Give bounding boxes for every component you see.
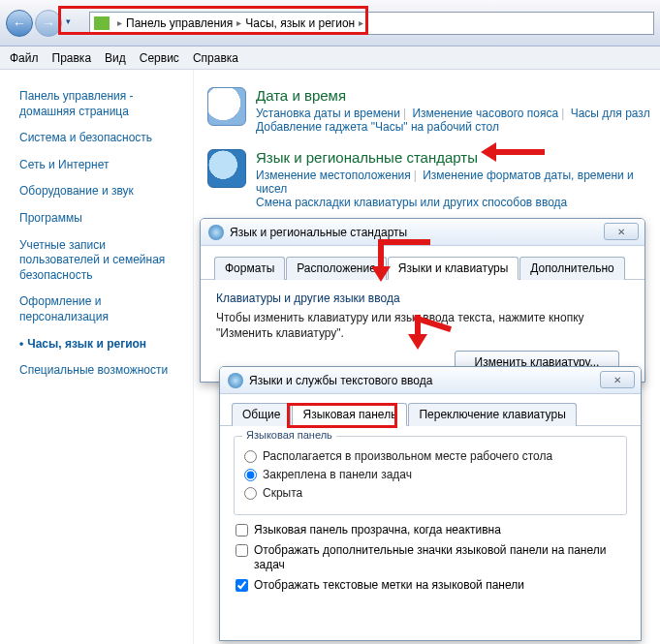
radio-label: Закреплена в панели задач [263,468,412,481]
checkbox-label: Языковая панель прозрачна, когда неактив… [254,523,501,537]
back-arrow-icon: ← [13,15,26,31]
tabstrip-text-services: Общие Языковая панель Переключение клави… [220,394,641,426]
sidebar-item-network-internet[interactable]: Сеть и Интернет [19,158,183,173]
keyboard-icon [228,373,243,388]
radio-input[interactable] [244,450,257,463]
tab-general[interactable]: Общие [232,403,291,426]
check-show-text-labels[interactable]: Отображать текстовые метки на языковой п… [236,578,625,593]
sidebar-item-user-accounts[interactable]: Учетные записи пользователей и семейная … [19,238,183,284]
tab-formats[interactable]: Форматы [214,257,285,280]
nav-forward-button[interactable]: → [35,10,62,37]
sidebar: Панель управления - домашняя страница Си… [0,70,194,644]
link-change-location[interactable]: Изменение местоположения [256,169,411,182]
breadcrumb-item-clock-lang-region[interactable]: Часы, язык и регион [245,16,355,30]
annotation-arrow [378,239,384,268]
category-region: Язык и региональные стандарты Изменение … [207,149,650,209]
radio-input[interactable] [244,469,257,481]
menu-service[interactable]: Сервис [140,51,179,65]
tab-languages-keyboards[interactable]: Языки и клавиатуры [388,257,519,280]
sidebar-item-hardware-sound[interactable]: Оборудование и звук [19,184,183,199]
tab-additional[interactable]: Дополнительно [519,257,624,280]
control-panel-icon [94,16,110,30]
annotation-arrow [380,239,430,245]
annotation-arrow [494,149,545,155]
check-transparent-inactive[interactable]: Языковая панель прозрачна, когда неактив… [236,523,625,537]
radio-docked-taskbar[interactable]: Закреплена в панели задач [244,468,616,481]
tabstrip-region: Форматы Расположение Языки и клавиатуры … [201,246,644,280]
checkbox-label: Отображать текстовые метки на языковой п… [254,578,524,593]
group-heading: Клавиатуры и другие языки ввода [216,291,629,305]
radio-free-floating[interactable]: Располагается в произвольном месте рабоч… [244,449,616,463]
dialog-title-text: Языки и службы текстового ввода [249,374,432,387]
chevron-right-icon: ▸ [236,17,241,28]
chevron-right-icon: ▸ [117,17,122,28]
separator: | [561,107,564,120]
sidebar-item-clock-lang-region[interactable]: Часы, язык и регион [19,337,183,353]
category-title-region[interactable]: Язык и региональные стандарты [256,149,650,166]
checkbox-input[interactable] [236,544,248,557]
sidebar-item-appearance[interactable]: Оформление и персонализация [19,294,183,324]
checkbox-input[interactable] [236,579,248,592]
breadcrumb[interactable]: ▸ Панель управления ▸ Часы, язык и регио… [89,12,654,35]
link-set-date-time[interactable]: Установка даты и времени [256,107,400,120]
close-button[interactable]: ✕ [604,223,639,240]
checkbox-input[interactable] [236,524,248,537]
link-change-keyboard-layout[interactable]: Смена раскладки клавиатуры или других сп… [256,196,567,209]
sidebar-home[interactable]: Панель управления - домашняя страница [19,89,183,119]
menu-view[interactable]: Вид [105,51,126,65]
clock-icon [207,87,246,126]
menu-edit[interactable]: Правка [52,51,92,65]
menu-file[interactable]: Файл [10,51,39,65]
menu-help[interactable]: Справка [193,51,238,65]
category-title-datetime[interactable]: Дата и время [256,87,650,104]
checkbox-label: Отображать дополнительные значки языково… [254,543,625,572]
chevron-right-icon: ▸ [359,17,363,28]
link-clocks-other[interactable]: Часы для разл [571,107,650,120]
sidebar-item-programs[interactable]: Программы [19,211,183,227]
link-change-timezone[interactable]: Изменение часового пояса [412,107,558,120]
globe-icon [208,225,224,240]
dialog-titlebar[interactable]: Языки и службы текстового ввода ✕ [220,367,641,394]
check-show-extra-icons[interactable]: Отображать дополнительные значки языково… [236,543,625,572]
breadcrumb-item-control-panel[interactable]: Панель управления [126,16,233,30]
close-icon: ✕ [617,227,625,237]
close-button[interactable]: ✕ [600,371,635,388]
separator: | [403,107,406,120]
globe-icon [207,149,246,188]
tab-language-bar[interactable]: Языковая панель [292,403,407,426]
close-icon: ✕ [613,375,621,385]
radio-label: Располагается в произвольном месте рабоч… [263,449,552,463]
nav-back-button[interactable]: ← [6,10,33,37]
annotation-arrow [415,315,421,336]
dialog-text-input-services: Языки и службы текстового ввода ✕ Общие … [219,366,642,641]
sidebar-item-ease-of-access[interactable]: Специальные возможности [19,363,183,379]
groupbox-legend: Языковая панель [242,429,336,441]
link-add-clock-gadget[interactable]: Добавление гаджета "Часы" на рабочий сто… [256,120,499,134]
separator: | [414,169,417,182]
category-datetime: Дата и время Установка даты и времени| И… [207,87,650,134]
radio-hidden[interactable]: Скрыта [244,486,616,500]
sidebar-item-system-security[interactable]: Система и безопасность [19,131,183,146]
groupbox-language-bar: Языковая панель Располагается в произвол… [234,436,627,515]
tab-switch-keyboard[interactable]: Переключение клавиатуры [408,403,576,426]
radio-input[interactable] [244,487,257,500]
menubar: Файл Правка Вид Сервис Справка [0,46,660,70]
nav-history-dropdown-icon[interactable]: ▾ [66,16,79,30]
forward-arrow-icon: → [42,15,55,31]
dialog-title-text: Язык и региональные стандарты [230,226,407,239]
radio-label: Скрыта [263,486,302,500]
